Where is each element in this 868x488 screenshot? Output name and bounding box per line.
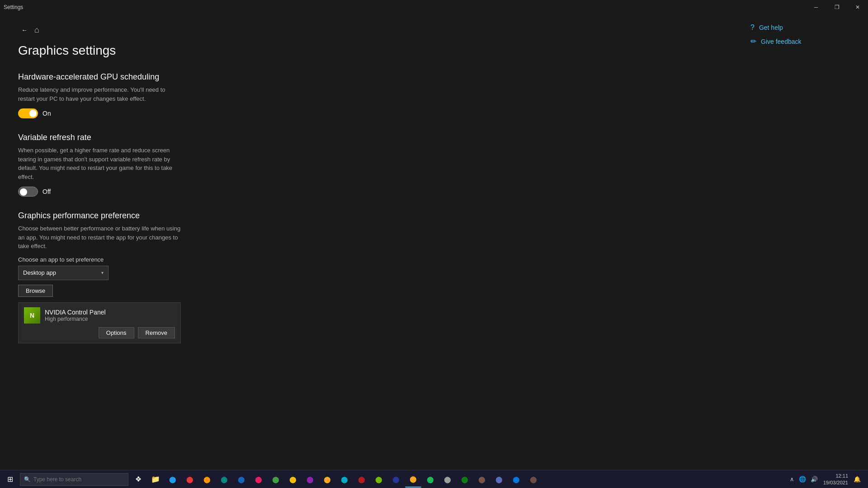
main-content: ← ⌂ Graphics settings Hardware-accelerat… bbox=[0, 14, 741, 470]
app-orange-icon[interactable]: ⬤ bbox=[199, 471, 215, 488]
tray-notification-icon[interactable]: 🔔 bbox=[852, 475, 863, 483]
app-misc3-icon[interactable]: ⬤ bbox=[525, 471, 542, 488]
graphics-pref-section: Graphics performance preference Choose b… bbox=[18, 211, 723, 343]
variable-refresh-desc: When possible, get a higher frame rate a… bbox=[18, 146, 181, 181]
give-feedback-link[interactable]: ✏ Give feedback bbox=[750, 37, 859, 46]
back-icon: ← bbox=[21, 27, 27, 33]
app-item-header: N NVIDIA Control Panel High performance bbox=[24, 307, 175, 324]
app-darkred-icon[interactable]: ⬤ bbox=[354, 471, 370, 488]
nvidia-icon-text: N bbox=[30, 312, 34, 319]
get-help-label: Get help bbox=[759, 24, 783, 31]
app-teal-icon[interactable]: ⬤ bbox=[216, 471, 232, 488]
titlebar-left: Settings bbox=[4, 4, 23, 10]
app-xbox-icon[interactable]: ⬤ bbox=[457, 471, 473, 488]
hardware-toggle-track[interactable] bbox=[18, 108, 38, 118]
page-title: Graphics settings bbox=[18, 43, 723, 58]
close-button[interactable]: ✕ bbox=[847, 0, 868, 14]
variable-refresh-toggle-thumb bbox=[20, 188, 27, 196]
app-blue2-icon[interactable]: ⬤ bbox=[233, 471, 250, 488]
graphics-pref-title: Graphics performance preference bbox=[18, 211, 723, 221]
app-cyan-icon[interactable]: ⬤ bbox=[336, 471, 353, 488]
variable-refresh-toggle-container: Off bbox=[18, 187, 723, 197]
app-spotify-icon[interactable]: ⬤ bbox=[422, 471, 439, 488]
tray-icons-group: ∧ 🌐 🔊 bbox=[788, 475, 820, 483]
app-lime-icon[interactable]: ⬤ bbox=[371, 471, 387, 488]
app-info: NVIDIA Control Panel High performance bbox=[45, 309, 106, 322]
variable-refresh-section: Variable refresh rate When possible, get… bbox=[18, 133, 723, 197]
task-view-button[interactable]: ❖ bbox=[130, 471, 146, 488]
app-actions: Options Remove bbox=[24, 327, 175, 338]
choose-app-label: Choose an app to set preference bbox=[18, 256, 723, 263]
hardware-toggle[interactable] bbox=[18, 108, 38, 118]
app-red-icon[interactable]: ⬤ bbox=[182, 471, 198, 488]
taskbar-app-icons: 📁 ⬤ ⬤ ⬤ ⬤ ⬤ ⬤ ⬤ ⬤ ⬤ ⬤ ⬤ ⬤ ⬤ ⬤ ⬤ ⬤ ⬤ ⬤ ⬤ … bbox=[147, 471, 542, 488]
back-button[interactable]: ← bbox=[18, 23, 31, 36]
app-yellow-icon[interactable]: ⬤ bbox=[319, 471, 335, 488]
hardware-gpu-section: Hardware-accelerated GPU scheduling Redu… bbox=[18, 72, 723, 118]
app-misc2-icon[interactable]: ⬤ bbox=[491, 471, 507, 488]
nvidia-app-icon: N bbox=[24, 307, 40, 324]
browse-button[interactable]: Browse bbox=[18, 285, 53, 297]
app-misc1-icon[interactable]: ⬤ bbox=[474, 471, 490, 488]
titlebar: Settings ─ ❐ ✕ bbox=[0, 0, 868, 14]
steam-icon[interactable]: ⬤ bbox=[165, 471, 181, 488]
hardware-toggle-label: On bbox=[42, 110, 51, 117]
task-view-icon: ❖ bbox=[135, 475, 142, 483]
tray-clock[interactable]: 12:11 19/03/2021 bbox=[821, 473, 850, 486]
app-chrome-icon[interactable]: ⬤ bbox=[285, 471, 301, 488]
clock-time: 12:11 bbox=[823, 473, 848, 479]
feedback-icon: ✏ bbox=[750, 37, 756, 46]
taskbar-search-input[interactable] bbox=[33, 476, 124, 483]
app-green-icon[interactable]: ⬤ bbox=[268, 471, 284, 488]
back-nav: ← ⌂ bbox=[18, 23, 723, 36]
app-edge-icon[interactable]: ⬤ bbox=[508, 471, 524, 488]
app-name: NVIDIA Control Panel bbox=[45, 309, 106, 316]
settings-taskbar-icon[interactable]: ⬤ bbox=[405, 471, 421, 488]
tray-volume-icon[interactable]: 🔊 bbox=[809, 475, 820, 483]
app-darkblue-icon[interactable]: ⬤ bbox=[388, 471, 404, 488]
search-icon: 🔍 bbox=[24, 476, 31, 483]
titlebar-controls: ─ ❐ ✕ bbox=[806, 0, 868, 14]
hardware-toggle-thumb bbox=[29, 110, 37, 117]
app-performance: High performance bbox=[45, 316, 106, 322]
app-type-dropdown[interactable]: Desktop app ▾ bbox=[18, 266, 108, 280]
settings-window-title: Settings bbox=[4, 4, 23, 10]
app-container: ← ⌂ Graphics settings Hardware-accelerat… bbox=[0, 14, 868, 470]
variable-refresh-title: Variable refresh rate bbox=[18, 133, 723, 142]
taskbar: ⊞ 🔍 ❖ 📁 ⬤ ⬤ ⬤ ⬤ ⬤ ⬤ ⬤ ⬤ ⬤ ⬤ ⬤ ⬤ ⬤ ⬤ ⬤ ⬤ … bbox=[0, 470, 868, 488]
variable-refresh-toggle[interactable] bbox=[18, 187, 38, 197]
minimize-button[interactable]: ─ bbox=[806, 0, 826, 14]
app-purple-icon[interactable]: ⬤ bbox=[302, 471, 318, 488]
dropdown-selected-value: Desktop app bbox=[23, 269, 56, 276]
variable-refresh-toggle-track[interactable] bbox=[18, 187, 38, 197]
home-icon: ⌂ bbox=[34, 25, 39, 35]
tray-network-icon[interactable]: 🌐 bbox=[797, 475, 808, 483]
taskbar-search-box[interactable]: 🔍 bbox=[20, 473, 128, 486]
help-icon: ? bbox=[750, 23, 755, 32]
graphics-pref-desc: Choose between better performance or bat… bbox=[18, 224, 181, 251]
app-list-item: N NVIDIA Control Panel High performance … bbox=[18, 302, 181, 343]
start-button[interactable]: ⊞ bbox=[2, 471, 18, 488]
restore-button[interactable]: ❐ bbox=[826, 0, 847, 14]
get-help-link[interactable]: ? Get help bbox=[750, 23, 859, 32]
hardware-section-title: Hardware-accelerated GPU scheduling bbox=[18, 72, 723, 82]
variable-refresh-toggle-label: Off bbox=[42, 188, 51, 195]
dropdown-arrow-icon: ▾ bbox=[101, 270, 104, 275]
clock-date: 19/03/2021 bbox=[823, 479, 848, 486]
give-feedback-label: Give feedback bbox=[761, 38, 802, 45]
remove-button[interactable]: Remove bbox=[138, 327, 175, 338]
options-button[interactable]: Options bbox=[99, 327, 134, 338]
hardware-section-desc: Reduce latency and improve performance. … bbox=[18, 85, 181, 103]
taskbar-tray: ∧ 🌐 🔊 12:11 19/03/2021 🔔 bbox=[788, 473, 866, 486]
start-icon: ⊞ bbox=[7, 475, 13, 483]
help-panel: ? Get help ✏ Give feedback bbox=[741, 14, 868, 470]
app-pink-icon[interactable]: ⬤ bbox=[250, 471, 267, 488]
tray-arrow-icon[interactable]: ∧ bbox=[788, 475, 796, 483]
file-explorer-icon[interactable]: 📁 bbox=[147, 471, 164, 488]
app-gray-icon[interactable]: ⬤ bbox=[439, 471, 456, 488]
hardware-toggle-container: On bbox=[18, 108, 723, 118]
